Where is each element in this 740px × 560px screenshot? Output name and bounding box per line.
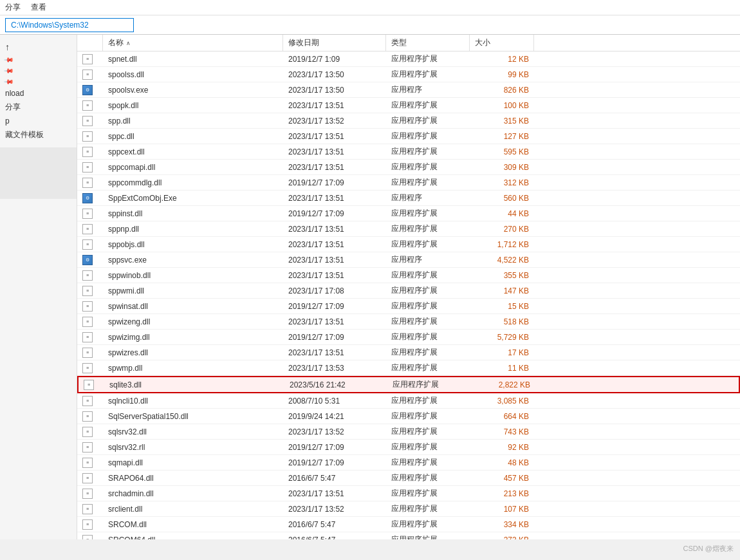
file-type: 应用程序扩展 [386, 393, 470, 408]
file-type: 应用程序扩展 [386, 129, 470, 144]
file-date: 2019/12/7 17:09 [283, 175, 386, 190]
sidebar-item-download[interactable]: 分享 [0, 100, 77, 115]
file-date: 2023/1/17 13:51 [283, 221, 386, 236]
file-size: 213 KB [470, 486, 534, 501]
dll-icon: ≡ [82, 317, 93, 327]
col-header-size[interactable]: 大小 [470, 35, 534, 51]
file-icon-cell: ≡ [77, 67, 103, 82]
dll-icon: ≡ [82, 54, 93, 64]
file-name: spwinsat.dll [103, 299, 283, 313]
file-date: 2023/1/17 13:51 [283, 160, 386, 174]
file-icon-cell: ≡ [79, 377, 104, 392]
file-icon-cell: ≡ [77, 393, 103, 408]
sidebar-item-templates[interactable]: 藏文件模板 [0, 127, 77, 142]
file-type: 应用程序扩展 [386, 517, 470, 532]
dll-icon: ≡ [82, 473, 93, 483]
sidebar-item-p[interactable]: p [0, 115, 77, 127]
table-row[interactable]: ≡SRCOM.dll2016/6/7 5:47应用程序扩展334 KB [77, 517, 740, 532]
table-row[interactable]: ≡SqlServerSpatial150.dll2019/9/24 14:21应… [77, 409, 740, 424]
file-date: 2023/1/17 13:51 [283, 191, 386, 205]
table-row[interactable]: ≡spp.dll2023/1/17 13:52应用程序扩展315 KB [77, 113, 740, 129]
file-size: 11 KB [470, 360, 534, 375]
dll-icon: ≡ [84, 380, 94, 390]
table-row[interactable]: ⚙sppsvc.exe2023/1/17 13:51应用程序4,522 KB [77, 252, 740, 268]
file-size: 44 KB [470, 206, 534, 221]
menu-view[interactable]: 查看 [31, 2, 46, 13]
table-row[interactable]: ≡sppwinob.dll2023/1/17 13:51应用程序扩展355 KB [77, 268, 740, 283]
col-header-date[interactable]: 修改日期 [283, 35, 386, 51]
sidebar-pin-2: 📌 [0, 65, 77, 76]
table-row[interactable]: ≡spwinsat.dll2019/12/7 17:09应用程序扩展15 KB [77, 299, 740, 314]
dll-icon: ≡ [82, 427, 93, 437]
table-row[interactable]: ≡spwmp.dll2023/1/17 13:53应用程序扩展11 KB [77, 360, 740, 376]
dll-icon: ≡ [82, 224, 93, 234]
table-row[interactable]: ≡sppcomapi.dll2023/1/17 13:51应用程序扩展309 K… [77, 160, 740, 175]
file-type: 应用程序扩展 [386, 283, 470, 298]
table-row[interactable]: ≡sppwmi.dll2023/1/17 17:08应用程序扩展147 KB [77, 283, 740, 299]
table-row[interactable]: ⚙SppExtComObj.Exe2023/1/17 13:51应用程序560 … [77, 191, 740, 206]
table-row[interactable]: ≡sppnp.dll2023/1/17 13:51应用程序扩展270 KB [77, 221, 740, 237]
table-row[interactable]: ≡sqmapi.dll2019/12/7 17:09应用程序扩展48 KB [77, 455, 740, 471]
file-type: 应用程序扩展 [386, 237, 470, 252]
table-row[interactable]: ≡spopk.dll2023/1/17 13:51应用程序扩展100 KB [77, 98, 740, 113]
file-size: 518 KB [470, 314, 534, 329]
file-date: 2019/12/7 17:09 [283, 330, 386, 344]
file-type: 应用程序扩展 [386, 160, 470, 174]
table-row[interactable]: ⚙spoolsv.exe2023/1/17 13:50应用程序826 KB [77, 82, 740, 98]
file-name: sqlite3.dll [104, 377, 284, 392]
dll-icon: ≡ [82, 348, 93, 358]
file-type: 应用程序扩展 [386, 345, 470, 360]
table-row[interactable]: ≡spoolss.dll2023/1/17 13:50应用程序扩展99 KB [77, 67, 740, 82]
table-row[interactable]: ≡sppc.dll2023/1/17 13:51应用程序扩展127 KB [77, 129, 740, 144]
table-row[interactable]: ≡sppobjs.dll2023/1/17 13:51应用程序扩展1,712 K… [77, 237, 740, 252]
file-icon-cell: ≡ [77, 175, 103, 190]
file-name: spoolss.dll [103, 67, 283, 82]
menu-bar: 分享 查看 [0, 0, 740, 15]
address-path[interactable]: C:\Windows\System32 [5, 18, 134, 32]
dll-icon: ≡ [82, 442, 93, 453]
file-name: SppExtComObj.Exe [103, 191, 283, 205]
file-icon-cell: ⚙ [77, 82, 103, 97]
file-size: 270 KB [470, 221, 534, 236]
table-row[interactable]: ≡sqlite3.dll2023/5/16 21:42应用程序扩展2,822 K… [77, 376, 740, 393]
file-icon-cell: ≡ [77, 532, 103, 539]
dll-icon: ≡ [82, 411, 93, 422]
table-row[interactable]: ≡spnet.dll2019/12/7 1:09应用程序扩展12 KB [77, 51, 740, 67]
sidebar-item-label: 藏文件模板 [5, 129, 44, 140]
sidebar-nav-up[interactable]: ↑ [0, 40, 77, 54]
sidebar-item-nload[interactable]: nload [0, 87, 77, 100]
table-row[interactable]: ≡sqlncli10.dll2008/7/10 5:31应用程序扩展3,085 … [77, 393, 740, 409]
table-row[interactable]: ≡srchadmin.dll2023/1/17 13:51应用程序扩展213 K… [77, 486, 740, 501]
table-row[interactable]: ≡spwizeng.dll2023/1/17 13:51应用程序扩展518 KB [77, 314, 740, 330]
file-type: 应用程序扩展 [386, 440, 470, 454]
file-size: 99 KB [470, 67, 534, 82]
table-row[interactable]: ≡spwizres.dll2023/1/17 13:51应用程序扩展17 KB [77, 345, 740, 360]
dll-icon: ≡ [82, 178, 93, 188]
table-row[interactable]: ≡sppcext.dll2023/1/17 13:51应用程序扩展595 KB [77, 144, 740, 160]
table-row[interactable]: ≡sppcommdlg.dll2019/12/7 17:09应用程序扩展312 … [77, 175, 740, 191]
file-date: 2019/12/7 17:09 [283, 299, 386, 313]
table-row[interactable]: ≡sppinst.dll2019/12/7 17:09应用程序扩展44 KB [77, 206, 740, 221]
file-icon-cell: ≡ [77, 409, 103, 424]
table-row[interactable]: ≡spwizimg.dll2019/12/7 17:09应用程序扩展5,729 … [77, 330, 740, 345]
table-row[interactable]: ≡sqlsrv32.rll2019/12/7 17:09应用程序扩展92 KB [77, 440, 740, 455]
file-name: sppwinob.dll [103, 268, 283, 283]
menu-share[interactable]: 分享 [5, 2, 21, 13]
file-name: sppsvc.exe [103, 252, 283, 267]
file-date: 2023/1/17 13:50 [283, 82, 386, 97]
file-name: SRCOM64.dll [103, 532, 283, 539]
file-size: 127 KB [470, 129, 534, 144]
file-type: 应用程序扩展 [387, 377, 471, 392]
table-row[interactable]: ≡srclient.dll2023/1/17 13:52应用程序扩展107 KB [77, 501, 740, 517]
table-row[interactable]: ≡SRAPO64.dll2016/6/7 5:47应用程序扩展457 KB [77, 471, 740, 486]
dll-icon: ≡ [82, 535, 93, 540]
col-header-type[interactable]: 类型 [386, 35, 470, 51]
dll-icon: ≡ [82, 162, 93, 173]
watermark: CSDN @熠夜来 [683, 544, 734, 554]
file-size: 743 KB [470, 424, 534, 439]
table-row[interactable]: ≡sqlsrv32.dll2023/1/17 13:52应用程序扩展743 KB [77, 424, 740, 440]
file-type: 应用程序扩展 [386, 501, 470, 516]
table-row[interactable]: ≡SRCOM64.dll2016/6/7 5:47应用程序扩展373 KB [77, 532, 740, 539]
exe-icon: ⚙ [82, 85, 93, 95]
col-header-name[interactable]: 名称 ∧ [103, 35, 283, 51]
